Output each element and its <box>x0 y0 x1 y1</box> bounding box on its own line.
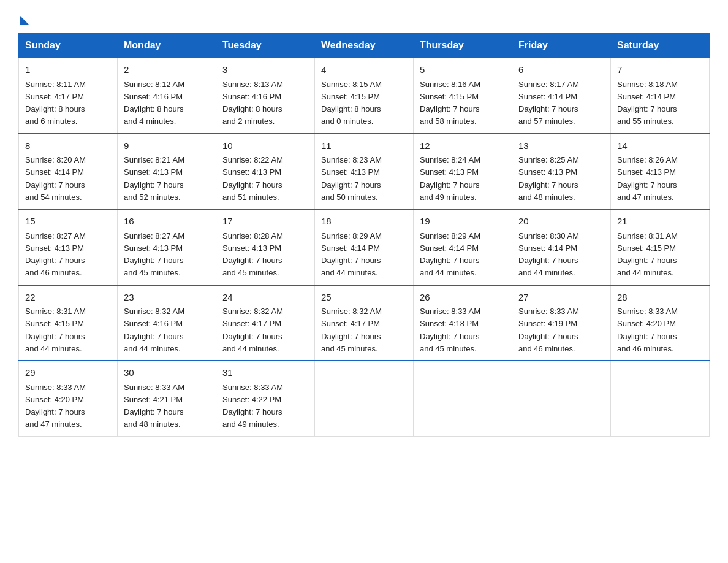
day-number: 7 <box>617 63 703 77</box>
day-number: 14 <box>617 139 703 153</box>
day-number: 5 <box>420 63 506 77</box>
day-number: 23 <box>124 291 210 305</box>
day-number: 30 <box>124 366 210 380</box>
page-header <box>18 12 710 22</box>
day-cell: 17 Sunrise: 8:28 AMSunset: 4:13 PMDaylig… <box>216 209 315 285</box>
day-cell: 11 Sunrise: 8:23 AMSunset: 4:13 PMDaylig… <box>315 134 414 210</box>
day-cell: 9 Sunrise: 8:21 AMSunset: 4:13 PMDayligh… <box>118 134 216 210</box>
day-number: 4 <box>321 63 407 77</box>
day-cell: 19 Sunrise: 8:29 AMSunset: 4:14 PMDaylig… <box>414 209 512 285</box>
day-number: 27 <box>518 291 604 305</box>
header-cell-saturday: Saturday <box>611 34 710 58</box>
header-cell-sunday: Sunday <box>19 34 118 58</box>
week-row-1: 1 Sunrise: 8:11 AMSunset: 4:17 PMDayligh… <box>19 58 710 134</box>
day-info: Sunrise: 8:11 AMSunset: 4:17 PMDaylight:… <box>25 80 86 126</box>
day-number: 9 <box>124 139 210 153</box>
day-info: Sunrise: 8:21 AMSunset: 4:13 PMDaylight:… <box>124 155 184 202</box>
day-cell <box>414 361 512 436</box>
day-cell: 29 Sunrise: 8:33 AMSunset: 4:20 PMDaylig… <box>19 361 118 436</box>
day-cell: 13 Sunrise: 8:25 AMSunset: 4:13 PMDaylig… <box>512 134 611 210</box>
day-number: 29 <box>25 366 111 380</box>
day-info: Sunrise: 8:29 AMSunset: 4:14 PMDaylight:… <box>420 231 480 278</box>
day-cell: 27 Sunrise: 8:33 AMSunset: 4:19 PMDaylig… <box>512 285 611 361</box>
day-cell: 21 Sunrise: 8:31 AMSunset: 4:15 PMDaylig… <box>611 209 710 285</box>
day-number: 20 <box>518 215 604 229</box>
header-cell-tuesday: Tuesday <box>216 34 315 58</box>
day-cell: 5 Sunrise: 8:16 AMSunset: 4:15 PMDayligh… <box>414 58 512 134</box>
day-info: Sunrise: 8:26 AMSunset: 4:13 PMDaylight:… <box>617 155 678 202</box>
header-cell-thursday: Thursday <box>414 34 512 58</box>
day-number: 6 <box>518 63 604 77</box>
day-number: 13 <box>518 139 604 153</box>
header-cell-wednesday: Wednesday <box>315 34 414 58</box>
day-info: Sunrise: 8:32 AMSunset: 4:17 PMDaylight:… <box>222 307 283 353</box>
day-cell: 10 Sunrise: 8:22 AMSunset: 4:13 PMDaylig… <box>216 134 315 210</box>
day-cell: 24 Sunrise: 8:32 AMSunset: 4:17 PMDaylig… <box>216 285 315 361</box>
day-number: 8 <box>25 139 111 153</box>
day-cell: 1 Sunrise: 8:11 AMSunset: 4:17 PMDayligh… <box>19 58 118 134</box>
day-info: Sunrise: 8:33 AMSunset: 4:22 PMDaylight:… <box>222 383 283 429</box>
logo <box>18 12 29 22</box>
day-number: 25 <box>321 291 407 305</box>
day-number: 11 <box>321 139 407 153</box>
day-number: 12 <box>420 139 506 153</box>
logo-triangle-icon <box>20 16 29 25</box>
day-info: Sunrise: 8:22 AMSunset: 4:13 PMDaylight:… <box>222 155 283 202</box>
day-info: Sunrise: 8:12 AMSunset: 4:16 PMDaylight:… <box>124 80 184 126</box>
day-number: 17 <box>222 215 308 229</box>
day-cell: 15 Sunrise: 8:27 AMSunset: 4:13 PMDaylig… <box>19 209 118 285</box>
day-info: Sunrise: 8:18 AMSunset: 4:14 PMDaylight:… <box>617 80 678 126</box>
day-info: Sunrise: 8:25 AMSunset: 4:13 PMDaylight:… <box>518 155 579 202</box>
day-cell: 31 Sunrise: 8:33 AMSunset: 4:22 PMDaylig… <box>216 361 315 436</box>
day-cell <box>315 361 414 436</box>
day-cell: 26 Sunrise: 8:33 AMSunset: 4:18 PMDaylig… <box>414 285 512 361</box>
week-row-5: 29 Sunrise: 8:33 AMSunset: 4:20 PMDaylig… <box>19 361 710 436</box>
calendar-body: 1 Sunrise: 8:11 AMSunset: 4:17 PMDayligh… <box>19 58 710 436</box>
day-number: 2 <box>124 63 210 77</box>
day-info: Sunrise: 8:27 AMSunset: 4:13 PMDaylight:… <box>25 231 86 278</box>
day-number: 26 <box>420 291 506 305</box>
day-info: Sunrise: 8:33 AMSunset: 4:19 PMDaylight:… <box>518 307 579 353</box>
day-info: Sunrise: 8:13 AMSunset: 4:16 PMDaylight:… <box>222 80 283 126</box>
day-cell: 20 Sunrise: 8:30 AMSunset: 4:14 PMDaylig… <box>512 209 611 285</box>
header-cell-monday: Monday <box>118 34 216 58</box>
day-info: Sunrise: 8:33 AMSunset: 4:20 PMDaylight:… <box>617 307 678 353</box>
day-cell: 3 Sunrise: 8:13 AMSunset: 4:16 PMDayligh… <box>216 58 315 134</box>
day-info: Sunrise: 8:33 AMSunset: 4:21 PMDaylight:… <box>124 383 184 429</box>
day-number: 15 <box>25 215 111 229</box>
calendar-header: SundayMondayTuesdayWednesdayThursdayFrid… <box>19 34 710 58</box>
day-info: Sunrise: 8:28 AMSunset: 4:13 PMDaylight:… <box>222 231 283 278</box>
day-cell: 2 Sunrise: 8:12 AMSunset: 4:16 PMDayligh… <box>118 58 216 134</box>
header-row: SundayMondayTuesdayWednesdayThursdayFrid… <box>19 34 710 58</box>
day-number: 10 <box>222 139 308 153</box>
day-cell: 25 Sunrise: 8:32 AMSunset: 4:17 PMDaylig… <box>315 285 414 361</box>
day-number: 19 <box>420 215 506 229</box>
calendar-table: SundayMondayTuesdayWednesdayThursdayFrid… <box>18 33 710 437</box>
day-info: Sunrise: 8:31 AMSunset: 4:15 PMDaylight:… <box>25 307 86 353</box>
day-number: 18 <box>321 215 407 229</box>
day-cell: 22 Sunrise: 8:31 AMSunset: 4:15 PMDaylig… <box>19 285 118 361</box>
day-info: Sunrise: 8:20 AMSunset: 4:14 PMDaylight:… <box>25 155 86 202</box>
day-number: 31 <box>222 366 308 380</box>
day-info: Sunrise: 8:24 AMSunset: 4:13 PMDaylight:… <box>420 155 480 202</box>
day-info: Sunrise: 8:32 AMSunset: 4:17 PMDaylight:… <box>321 307 382 353</box>
day-number: 16 <box>124 215 210 229</box>
day-cell: 14 Sunrise: 8:26 AMSunset: 4:13 PMDaylig… <box>611 134 710 210</box>
day-info: Sunrise: 8:31 AMSunset: 4:15 PMDaylight:… <box>617 231 678 278</box>
day-info: Sunrise: 8:33 AMSunset: 4:20 PMDaylight:… <box>25 383 86 429</box>
day-cell: 28 Sunrise: 8:33 AMSunset: 4:20 PMDaylig… <box>611 285 710 361</box>
day-info: Sunrise: 8:16 AMSunset: 4:15 PMDaylight:… <box>420 80 480 126</box>
day-cell: 23 Sunrise: 8:32 AMSunset: 4:16 PMDaylig… <box>118 285 216 361</box>
day-cell: 7 Sunrise: 8:18 AMSunset: 4:14 PMDayligh… <box>611 58 710 134</box>
day-cell <box>512 361 611 436</box>
week-row-3: 15 Sunrise: 8:27 AMSunset: 4:13 PMDaylig… <box>19 209 710 285</box>
day-number: 22 <box>25 291 111 305</box>
day-cell: 12 Sunrise: 8:24 AMSunset: 4:13 PMDaylig… <box>414 134 512 210</box>
day-cell: 6 Sunrise: 8:17 AMSunset: 4:14 PMDayligh… <box>512 58 611 134</box>
day-info: Sunrise: 8:15 AMSunset: 4:15 PMDaylight:… <box>321 80 382 126</box>
day-cell: 4 Sunrise: 8:15 AMSunset: 4:15 PMDayligh… <box>315 58 414 134</box>
day-info: Sunrise: 8:29 AMSunset: 4:14 PMDaylight:… <box>321 231 382 278</box>
day-cell: 8 Sunrise: 8:20 AMSunset: 4:14 PMDayligh… <box>19 134 118 210</box>
day-info: Sunrise: 8:32 AMSunset: 4:16 PMDaylight:… <box>124 307 184 353</box>
day-number: 3 <box>222 63 308 77</box>
